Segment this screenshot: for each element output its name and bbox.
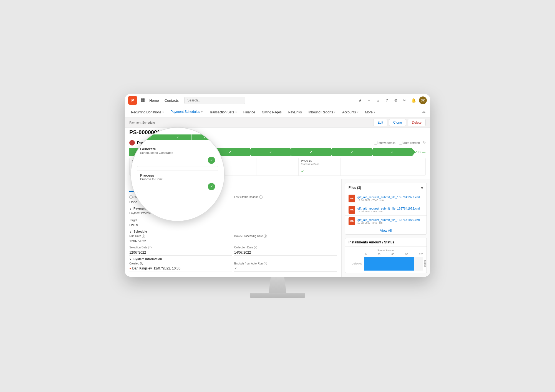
chart-section: Installments Amount / Status Sum of Amou… <box>345 238 427 273</box>
generate-checkmark: ✓ <box>208 157 215 164</box>
magnify-stage-generate: Generate Scheduled to Generated ✓ <box>137 144 218 167</box>
path-controls: show details auto-refresh ↻ <box>374 141 426 144</box>
action-buttons: Edit Clone Delete <box>373 119 426 126</box>
step-6[interactable]: ✓ <box>332 148 371 156</box>
dates-row: Run Date i 12/07/2022 BACS Processing Da… <box>129 235 337 244</box>
chevron-down-icon: ▾ <box>374 111 375 114</box>
stage-6 <box>341 158 383 175</box>
x-label-120: 120 <box>419 253 423 256</box>
search-input[interactable] <box>184 97 245 104</box>
file-name-3[interactable]: gift_aid_request_submit_file_1657641970.… <box>357 218 423 222</box>
nav-accounts[interactable]: Accounts ▾ <box>339 107 361 118</box>
xml-file-icon-3: XML <box>349 217 355 225</box>
svg-rect-1 <box>143 98 145 100</box>
svg-rect-0 <box>141 98 143 100</box>
status-reason-info-icon[interactable]: i <box>259 195 263 199</box>
collection-date-value: 14/07/2022 <box>234 250 337 256</box>
exclude-autorun-info-icon[interactable]: i <box>264 262 267 265</box>
right-panel: Files (3) ▾ XML gift_aid_request_submit_… <box>341 179 430 277</box>
run-date-field: Run Date i 12/07/2022 <box>129 235 232 244</box>
svg-rect-3 <box>143 100 145 102</box>
grid-icon[interactable] <box>139 96 147 104</box>
nav-inbound-reports[interactable]: Inbound Reports ▾ <box>306 107 339 118</box>
bacs-info-icon[interactable]: i <box>264 235 267 238</box>
selection-date-info-icon[interactable]: i <box>148 246 152 249</box>
system-info-header[interactable]: ∨ System Information <box>129 257 337 261</box>
file-info-2: gift_aid_request_submit_file_1657641972.… <box>357 207 423 213</box>
top-navigation: P Home Contacts ★ ＋ ⌂ ? <box>125 94 430 107</box>
chevron-down-icon: ▾ <box>357 111 359 114</box>
delete-button[interactable]: Delete <box>408 119 426 126</box>
breadcrumb-bar: Payment Schedule Edit Clone Delete <box>125 118 430 128</box>
magnify-overlay: ✓ ✓ ✓ Generate Scheduled to Generated ✓ … <box>130 127 225 222</box>
nav-more[interactable]: More ▾ <box>362 107 378 118</box>
auto-refresh-input[interactable] <box>399 141 402 144</box>
scissor-icon[interactable]: ✂ <box>401 97 408 104</box>
file-info-3: gift_aid_request_submit_file_1657641970.… <box>357 218 423 224</box>
chevron-down-icon: ▾ <box>235 111 237 114</box>
bacs-date-value <box>234 238 337 240</box>
nav-recurring-donations[interactable]: Recurring Donations ▾ <box>128 107 167 118</box>
favorites-icon[interactable]: ★ <box>357 97 364 104</box>
show-details-input[interactable] <box>374 141 377 144</box>
files-header: Files (3) ▾ <box>345 183 427 193</box>
edit-pencil-icon[interactable]: ✏ <box>422 110 427 114</box>
refresh-icon[interactable]: ↻ <box>423 141 426 144</box>
add-icon[interactable]: ＋ <box>366 97 372 104</box>
search-container <box>184 97 245 104</box>
done-label: ✓ Done <box>415 150 426 154</box>
file-item-1: XML gift_aid_request_submit_file_1657641… <box>345 193 427 204</box>
collection-date-info-icon[interactable]: i <box>254 246 257 249</box>
file-name-1[interactable]: gift_aid_request_submit_file_1657641977.… <box>357 195 423 199</box>
chevron-down-icon: ▾ <box>162 111 164 114</box>
process-check: ✓ <box>301 169 338 174</box>
step-7[interactable]: ✓ <box>373 148 412 156</box>
chart-body: Collected Status <box>349 257 423 271</box>
path-warning-icon: ! <box>129 140 135 146</box>
schedule-header[interactable]: ∨ Schedule <box>129 230 337 233</box>
user-avatar[interactable]: DK <box>419 96 427 104</box>
monitor-stand-base <box>250 293 305 298</box>
step-4[interactable]: ✓ <box>251 148 290 156</box>
stage-4 <box>256 158 299 175</box>
run-date-label: Run Date i <box>129 235 232 238</box>
magnify-process-sub: Process to Done <box>140 177 215 181</box>
status-info-icon[interactable]: i <box>129 195 133 199</box>
chart-bars-area <box>364 257 423 271</box>
bacs-date-label: BACS Processing Date i <box>234 235 337 238</box>
secondary-navigation: Recurring Donations ▾ Payment Schedules … <box>125 107 430 118</box>
bell-icon[interactable]: 🔔 <box>410 97 417 104</box>
view-all-button[interactable]: View All <box>345 227 427 234</box>
files-title: Files (3) <box>349 186 361 190</box>
selection-date-field: Selection Date i 12/07/2022 <box>129 246 232 256</box>
home-icon[interactable]: ⌂ <box>375 97 381 104</box>
nav-transaction-sets[interactable]: Transaction Sets ▾ <box>206 107 239 118</box>
nav-home[interactable]: Home <box>149 97 159 104</box>
selection-date-value: 12/07/2022 <box>129 250 232 256</box>
stage-process-name: Process <box>301 160 338 163</box>
help-icon[interactable]: ? <box>384 97 390 104</box>
step-5[interactable]: ✓ <box>291 148 331 156</box>
nav-paylinks[interactable]: PayLinks <box>286 107 305 118</box>
settings-icon[interactable]: ⚙ <box>392 97 399 104</box>
magnify-stage-process: Process Process to Done ✓ <box>137 170 218 193</box>
nav-actions: ★ ＋ ⌂ ? ⚙ ✂ 🔔 DK <box>357 96 427 104</box>
show-details-checkbox[interactable]: show details <box>374 141 395 144</box>
exclude-autorun-label: Exclude from Auto-Run i <box>234 262 337 265</box>
selection-collection-row: Selection Date i 12/07/2022 Collection D… <box>129 246 337 256</box>
file-name-2[interactable]: gift_aid_request_submit_file_1657641972.… <box>357 207 423 210</box>
files-chevron-icon[interactable]: ▾ <box>421 185 423 190</box>
run-date-info-icon[interactable]: i <box>142 235 145 238</box>
magnify-step-2: ✓ <box>164 134 191 140</box>
edit-button[interactable]: Edit <box>373 119 387 126</box>
clone-button[interactable]: Clone <box>389 119 406 126</box>
x-label-30: 30 <box>378 253 380 256</box>
nav-giving-pages[interactable]: Giving Pages <box>259 107 284 118</box>
xml-file-icon-2: XML <box>349 206 355 214</box>
collection-date-field: Collection Date i 14/07/2022 <box>234 246 337 256</box>
nav-finance[interactable]: Finance <box>241 107 258 118</box>
created-by-value: ● Dan Kingsley, 12/07/2022, 10:36 <box>129 266 232 271</box>
nav-contacts[interactable]: Contacts <box>165 97 179 104</box>
auto-refresh-checkbox[interactable]: auto-refresh <box>399 141 420 144</box>
nav-payment-schedules[interactable]: Payment Schedules ▾ <box>168 107 205 118</box>
